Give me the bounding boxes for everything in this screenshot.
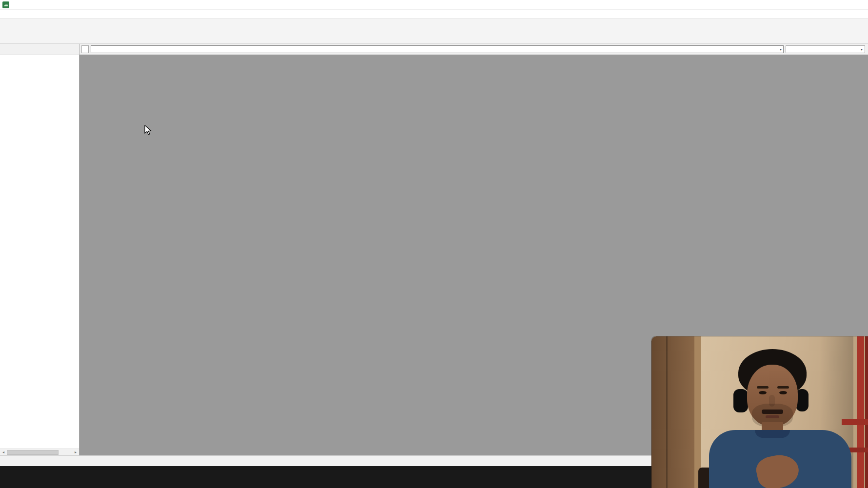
webcam-red-bar-2 xyxy=(848,448,868,452)
person-mouth xyxy=(766,415,779,418)
webcam-red-bar xyxy=(842,419,868,425)
address-bar: ▾ ▾ xyxy=(79,44,868,55)
person-brow-left xyxy=(757,386,769,389)
path-combobox[interactable]: ▾ xyxy=(91,45,784,53)
buzzxplore-app-icon xyxy=(2,1,9,8)
chevron-down-icon[interactable]: ▾ xyxy=(859,47,863,52)
person-brow-right xyxy=(777,386,789,389)
scrollbar-thumb[interactable] xyxy=(7,450,59,455)
headphone-left-cup xyxy=(733,389,748,412)
mouse-cursor-icon xyxy=(144,125,152,136)
explorer-header xyxy=(0,44,79,55)
person-collar xyxy=(755,430,790,438)
webcam-door-line xyxy=(666,336,668,488)
person-eye-left xyxy=(759,391,767,394)
webcam-red-pole xyxy=(857,336,864,488)
webcam-overlay xyxy=(651,336,868,488)
title-bar xyxy=(0,0,868,10)
folder-tree xyxy=(0,55,79,449)
toolbar xyxy=(0,19,868,44)
sort-combobox[interactable]: ▾ xyxy=(786,45,865,53)
person-eye-right xyxy=(779,391,787,394)
menu-bar xyxy=(0,10,868,19)
favorites-star-button[interactable] xyxy=(81,45,89,53)
person-mustache xyxy=(762,410,783,414)
chevron-down-icon[interactable]: ▾ xyxy=(778,47,782,52)
explorer-panel: ◂ ▸ xyxy=(0,44,79,455)
scroll-right-icon[interactable]: ▸ xyxy=(72,449,79,455)
webcam-pole-dark xyxy=(865,336,868,488)
scroll-left-icon[interactable]: ◂ xyxy=(0,449,7,455)
webcam-door xyxy=(651,336,694,488)
tree-horizontal-scrollbar[interactable]: ◂ ▸ xyxy=(0,449,79,455)
screen: ◂ ▸ ▾ ▾ xyxy=(0,0,868,488)
webcam-door-frame xyxy=(694,336,701,488)
